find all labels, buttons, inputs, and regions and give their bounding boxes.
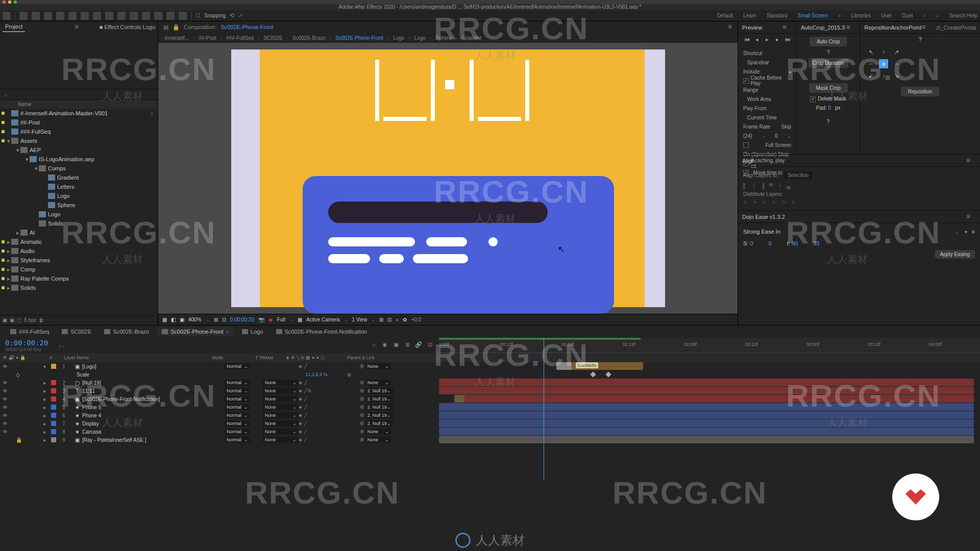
project-item[interactable]: Letters — [0, 182, 158, 191]
tl-tool5[interactable]: 🔗 — [414, 341, 423, 349]
breadcrumb-item[interactable]: ###-FullSeq — [226, 35, 254, 41]
anchor-r[interactable]: → — [892, 59, 901, 68]
breadcrumb-item[interactable]: Sc002E-Brazo — [292, 35, 325, 41]
ws-learn[interactable]: Learn — [743, 13, 756, 18]
ws-user[interactable]: User — [881, 13, 892, 18]
project-item[interactable]: ▸ Solids — [0, 283, 158, 292]
anchor-t[interactable]: ↑ — [879, 47, 888, 57]
autocrop-button[interactable]: Auto Crop — [810, 37, 847, 46]
align-to-dropdown[interactable]: Selection — [783, 171, 813, 179]
search-help[interactable]: Search Help — [949, 13, 977, 18]
project-item[interactable]: Logo — [0, 210, 158, 219]
anchor-b[interactable]: ↓ — [879, 71, 888, 80]
selection-tool[interactable] — [19, 12, 28, 20]
breadcrumb-item[interactable]: Gradient — [462, 35, 481, 41]
project-item[interactable]: Gradient — [0, 173, 158, 182]
anchor-tr[interactable]: ↗ — [892, 47, 901, 57]
snapping-label[interactable]: Snapping — [204, 13, 226, 18]
ease-menu-icon[interactable]: ≡ — [972, 229, 975, 235]
tl-tool2[interactable]: ◉ — [381, 341, 389, 349]
breadcrumb-item[interactable]: SC002E — [263, 35, 282, 41]
col-parent[interactable]: Parent & Link — [347, 355, 408, 360]
anchor-l[interactable]: ← — [866, 59, 875, 68]
q2-button[interactable]: ? — [827, 119, 830, 124]
ws-duet[interactable]: Duet — [902, 13, 913, 18]
cropduration-button[interactable]: Crop Duration — [808, 58, 848, 68]
v-icon3[interactable]: ⟐ — [396, 317, 399, 322]
apply-easing-button[interactable]: Apply Easing — [935, 250, 975, 259]
timeline-tab[interactable]: ###-FullSeq — [5, 327, 54, 336]
comp-options-icon[interactable]: ≡ — [728, 24, 735, 30]
zl-tab[interactable]: zl_CreatePivota — [936, 24, 976, 31]
ws-standard[interactable]: Standard — [767, 13, 788, 18]
trash-icon[interactable]: 🗑 — [39, 317, 44, 323]
last-frame-icon[interactable]: ⏭ — [784, 36, 791, 43]
timeline-tab[interactable]: Sc002E-Phone-Front-Notification — [271, 327, 372, 336]
camera-dropdown[interactable]: Active Camera — [306, 317, 340, 322]
play-icon[interactable]: ▸ — [764, 36, 771, 43]
transparent-icon[interactable]: ▦ — [298, 317, 302, 322]
breadcrumb-item[interactable]: Sc002E-Phone-Front — [335, 35, 383, 41]
prev-frame-icon[interactable]: ◂ — [753, 36, 761, 43]
breadcrumb-item[interactable]: -Innerself... — [163, 35, 189, 41]
zoom-value[interactable]: 400% — [188, 317, 202, 322]
rotation-tool[interactable] — [68, 12, 77, 20]
pen-tool[interactable] — [105, 12, 113, 20]
ws-libraries[interactable]: Libraries — [851, 13, 871, 18]
align-left-icon[interactable]: ▌ — [743, 183, 747, 189]
project-item[interactable]: Solids — [0, 219, 158, 228]
playfrom-dropdown[interactable]: Current Time — [743, 115, 777, 120]
col-name-header[interactable]: Name — [18, 102, 32, 107]
anchor-c[interactable]: ■ — [879, 59, 888, 68]
viewer-time[interactable]: 0:00:00:20 — [230, 317, 254, 322]
first-frame-icon[interactable]: ⏮ — [743, 36, 750, 43]
project-search[interactable]: ⌕ — [0, 89, 158, 100]
project-tab[interactable]: Project — [3, 22, 25, 32]
v-icon2[interactable]: ⊡ — [387, 317, 391, 322]
anchor-br[interactable]: ↘ — [892, 71, 901, 80]
v-icon1[interactable]: ⊞ — [379, 317, 383, 322]
toggle-icon[interactable]: ▣ — [180, 317, 184, 322]
framerate-dropdown[interactable]: (24) — [743, 133, 752, 139]
maskcrop-button[interactable]: Mask Crop — [809, 83, 848, 93]
project-item[interactable]: ###-FullSeq — [0, 127, 158, 136]
brush-tool[interactable] — [130, 12, 138, 20]
channel-icon[interactable]: ◉ — [268, 317, 273, 322]
col-layer-name[interactable]: Layer Name — [59, 355, 212, 360]
v-icon4[interactable]: ✿ — [403, 317, 407, 322]
timeline-tab[interactable]: Logo — [237, 327, 268, 336]
roto-tool[interactable] — [166, 12, 175, 20]
mac-maximize[interactable] — [14, 1, 17, 4]
project-item[interactable]: ##-Post — [0, 118, 158, 127]
lock-icon[interactable]: 🔒 — [173, 24, 180, 31]
align-right-icon[interactable]: ▐ — [761, 183, 764, 189]
project-item[interactable]: ▸ AI — [0, 228, 158, 237]
grid-icon[interactable]: ⊡ — [222, 317, 226, 322]
col-mode[interactable]: Mode — [212, 355, 250, 360]
home-tool[interactable] — [3, 12, 11, 20]
mac-close[interactable] — [3, 1, 6, 4]
res-icon[interactable]: ⊞ — [214, 317, 218, 322]
anchor-tl[interactable]: ↖ — [866, 47, 875, 57]
align-vcenter-icon[interactable]: ┼ — [778, 183, 781, 189]
q-button[interactable]: ? — [827, 49, 830, 55]
effect-controls-tab[interactable]: ■ Effect Controls Logo — [97, 22, 158, 32]
align-top-icon[interactable]: ▀ — [769, 183, 773, 189]
interpret-icon[interactable]: ▣ — [3, 317, 7, 323]
mask-icon[interactable]: ◧ — [171, 317, 176, 322]
eraser-tool[interactable] — [154, 12, 162, 20]
shortcut-dropdown[interactable]: Spacebar — [743, 60, 769, 65]
deletemask-checkbox[interactable]: ✓ — [810, 96, 816, 102]
project-item[interactable]: ▾ Comps — [0, 164, 158, 173]
playhead[interactable] — [544, 338, 544, 353]
composition-marker[interactable]: Contacto — [576, 362, 598, 368]
snapshot-icon[interactable]: 📷 — [258, 317, 264, 322]
ease-i-val[interactable]: 90 — [792, 240, 798, 246]
timeline-search-icon[interactable]: ⌕▾ — [58, 342, 65, 348]
project-item[interactable]: Logo — [0, 191, 158, 201]
project-item[interactable]: #-Innerself-Animation-Master-V001⟐ — [0, 109, 158, 118]
rect-tool[interactable] — [93, 12, 101, 20]
zoom-tool[interactable] — [44, 12, 52, 20]
timeline-tab[interactable]: Sc002E-Brazo — [99, 327, 154, 336]
tl-tool1[interactable]: ⟐ — [370, 341, 378, 349]
